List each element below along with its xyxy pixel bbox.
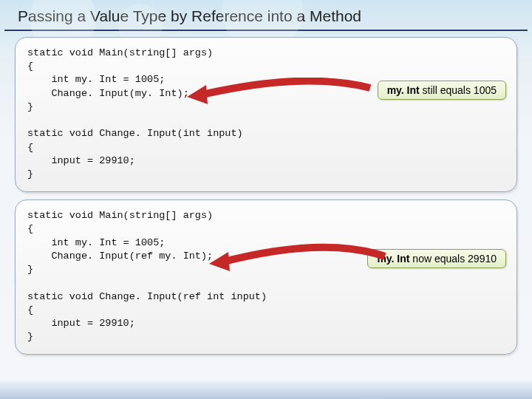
callout-byval-bold: my. Int [387,84,420,96]
code-panel-byref: static void Main(string[] args) { int my… [15,200,517,355]
callout-byref: my. Int now equals 29910 [367,249,506,268]
code-block-byref: static void Main(string[] args) { int my… [27,209,505,344]
footer-band [0,381,532,399]
callout-byval-rest: still equals 1005 [420,84,497,96]
callout-byval: my. Int still equals 1005 [378,81,506,100]
code-block-byval: static void Main(string[] args) { int my… [27,47,505,181]
callout-byref-bold: my. Int [377,253,409,265]
code-panel-byval: static void Main(string[] args) { int my… [15,37,517,192]
page-title: Passing a Value Type by Reference into a… [4,0,528,31]
callout-byref-rest: now equals 29910 [409,253,497,265]
